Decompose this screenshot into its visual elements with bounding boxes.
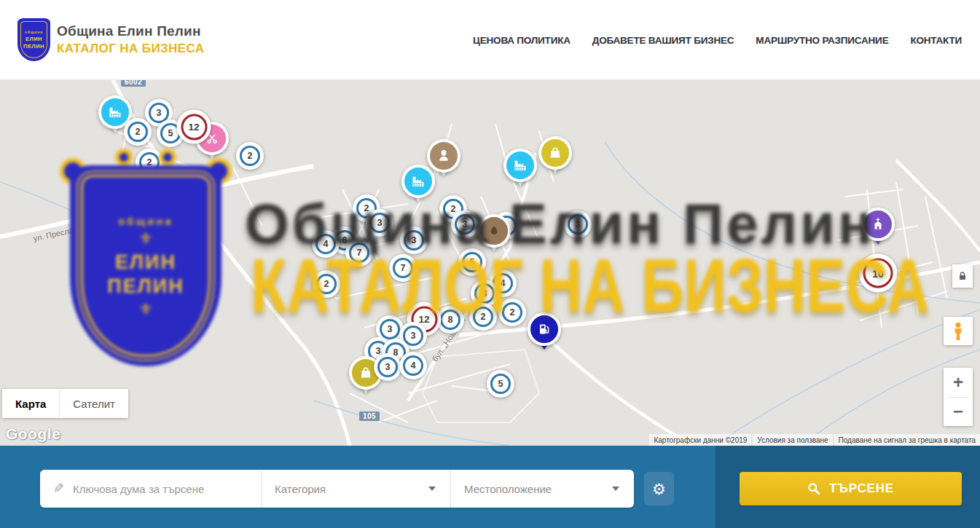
site-subtitle: КАТАЛОГ НА БИЗНЕСА: [57, 42, 204, 56]
cluster-marker[interactable]: 5: [487, 370, 514, 398]
cluster-marker[interactable]: 2: [313, 270, 340, 298]
shopping-bag-pin-marker[interactable]: [538, 136, 572, 170]
zoom-control: + −: [944, 368, 973, 426]
fuel-pin-marker[interactable]: [528, 312, 561, 346]
cluster-marker[interactable]: 3: [400, 226, 428, 254]
search-button[interactable]: ТЪРСЕНЕ: [740, 472, 962, 505]
municipality-crest-logo: община ЕЛИНПЕЛИН: [18, 19, 50, 60]
pencil-icon: ✎: [53, 481, 64, 497]
cluster-marker[interactable]: 3: [366, 209, 393, 237]
site-title: Община Елин Пелин: [57, 23, 204, 39]
church-icon: [861, 208, 895, 241]
cluster-marker[interactable]: 2: [498, 299, 526, 326]
factory-icon: [503, 149, 537, 182]
cluster-marker[interactable]: 2: [124, 118, 152, 146]
nav-item-contacts[interactable]: КОНТАКТИ: [910, 35, 962, 46]
cluster-marker[interactable]: 12: [177, 110, 211, 144]
zoom-in-button[interactable]: +: [944, 368, 973, 397]
flame-pin-marker[interactable]: [477, 214, 511, 248]
lock-control-button[interactable]: [952, 264, 973, 288]
street-view-pegman-button[interactable]: [944, 317, 973, 345]
gear-icon: ⚙: [652, 481, 666, 497]
search-bar: ✎ Категория Местоположение ⚙ ТЪРСЕНЕ: [0, 446, 980, 528]
cluster-marker[interactable]: 3: [564, 210, 592, 238]
report-map-error-link[interactable]: Подаване на сигнал за грешка в картата: [834, 434, 980, 446]
map-canvas[interactable]: ул. Преславбул. „Новосел 6002105 3251222…: [0, 80, 980, 446]
keyword-search-input[interactable]: [73, 483, 240, 495]
nav-item-add-business[interactable]: ДОБАВЕТЕ ВАШИЯТ БИЗНЕС: [592, 35, 734, 46]
map-type-control: Карта Сателит: [2, 389, 128, 418]
search-field-group: ✎ Категория Местоположение: [40, 470, 634, 508]
factory-icon: [401, 165, 435, 198]
fuel-icon: [528, 312, 561, 346]
cluster-marker[interactable]: 7: [345, 239, 373, 267]
cluster-marker[interactable]: 10: [859, 254, 898, 293]
pegman-icon: [950, 322, 966, 341]
cluster-marker[interactable]: 3: [451, 210, 479, 238]
attribution-copyright: Картографски данни ©2019: [649, 434, 751, 446]
zoom-out-button[interactable]: −: [944, 398, 973, 427]
site-header: община ЕЛИНПЕЛИН Община Елин Пелин КАТАЛ…: [0, 0, 980, 80]
factory-pin-marker[interactable]: [401, 165, 435, 198]
cluster-marker[interactable]: 5: [458, 248, 486, 276]
category-dropdown[interactable]: Категория: [261, 470, 450, 508]
cluster-marker[interactable]: 7: [389, 254, 417, 282]
advanced-search-button[interactable]: ⚙: [644, 472, 674, 505]
brand-logo[interactable]: община ЕЛИНПЕЛИН Община Елин Пелин КАТАЛ…: [18, 19, 204, 60]
factory-pin-marker[interactable]: [503, 149, 537, 182]
map-type-satellite-button[interactable]: Сателит: [59, 389, 128, 418]
google-logo[interactable]: Google: [6, 425, 60, 443]
cluster-marker[interactable]: 2: [136, 149, 163, 176]
church-pin-marker[interactable]: [861, 208, 895, 241]
cluster-marker[interactable]: 3: [374, 353, 401, 381]
location-dropdown[interactable]: Местоположение: [450, 470, 634, 508]
marker-layer: 325122222335364375724822812333834510: [0, 80, 980, 446]
search-icon: [807, 482, 820, 495]
nav-item-transport-schedule[interactable]: МАРШРУТНО РАЗПИСАНИЕ: [756, 35, 888, 46]
map-attribution: Картографски данни ©2019 Условия за полз…: [649, 434, 980, 446]
lock-icon: [957, 270, 968, 282]
chevron-down-icon: [612, 486, 619, 494]
chevron-down-icon: [428, 486, 436, 494]
main-nav: ЦЕНОВА ПОЛИТИКА ДОБАВЕТЕ ВАШИЯТ БИЗНЕС М…: [473, 0, 962, 80]
cluster-marker[interactable]: 4: [312, 230, 340, 258]
cluster-marker[interactable]: 2: [469, 303, 497, 331]
cluster-marker[interactable]: 4: [399, 352, 427, 379]
cluster-marker[interactable]: 2: [236, 142, 264, 170]
shopping-bag-icon: [538, 136, 572, 170]
nav-item-pricing[interactable]: ЦЕНОВА ПОЛИТИКА: [473, 35, 571, 46]
terms-of-use-link[interactable]: Условия за ползване: [753, 434, 832, 446]
flame-icon: [477, 214, 511, 248]
map-type-map-button[interactable]: Карта: [2, 389, 59, 418]
